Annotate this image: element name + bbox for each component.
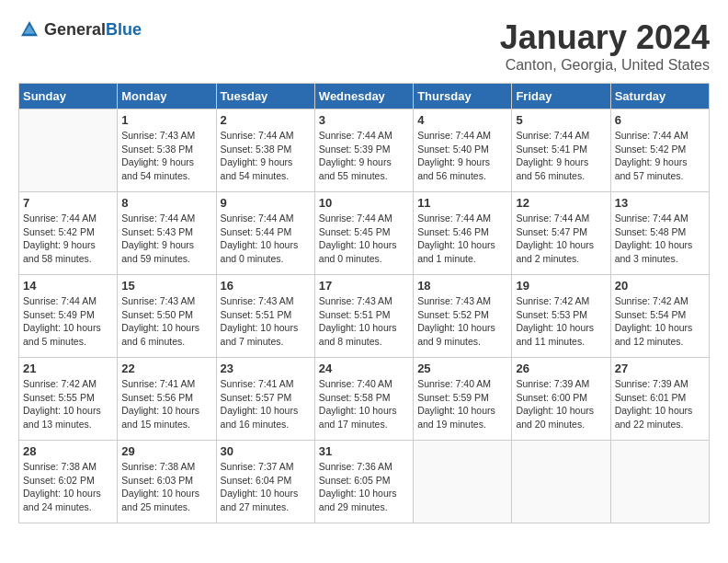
day-cell: 29Sunrise: 7:38 AM Sunset: 6:03 PM Dayli…	[118, 441, 216, 523]
day-number: 2	[221, 113, 311, 127]
logo: GeneralBlue	[18, 18, 142, 40]
day-info: Sunrise: 7:41 AM Sunset: 5:57 PM Dayligh…	[221, 377, 311, 431]
day-info: Sunrise: 7:44 AM Sunset: 5:48 PM Dayligh…	[615, 212, 705, 266]
day-number: 11	[417, 196, 507, 210]
day-cell: 14Sunrise: 7:44 AM Sunset: 5:49 PM Dayli…	[19, 275, 118, 358]
day-number: 13	[615, 196, 705, 210]
weekday-header-saturday: Saturday	[610, 84, 709, 109]
day-number: 24	[319, 362, 409, 375]
day-cell: 22Sunrise: 7:41 AM Sunset: 5:56 PM Dayli…	[118, 358, 216, 441]
day-info: Sunrise: 7:44 AM Sunset: 5:42 PM Dayligh…	[23, 212, 113, 266]
day-cell: 8Sunrise: 7:44 AM Sunset: 5:43 PM Daylig…	[118, 192, 216, 275]
logo-icon	[18, 18, 40, 40]
day-cell: 5Sunrise: 7:44 AM Sunset: 5:41 PM Daylig…	[512, 109, 610, 192]
day-cell	[512, 441, 610, 523]
day-info: Sunrise: 7:44 AM Sunset: 5:42 PM Dayligh…	[615, 129, 705, 183]
day-info: Sunrise: 7:43 AM Sunset: 5:51 PM Dayligh…	[221, 294, 311, 349]
day-info: Sunrise: 7:44 AM Sunset: 5:45 PM Dayligh…	[319, 212, 409, 266]
day-number: 25	[417, 362, 507, 375]
day-info: Sunrise: 7:42 AM Sunset: 5:54 PM Dayligh…	[615, 294, 705, 349]
weekday-header-tuesday: Tuesday	[216, 84, 314, 109]
day-info: Sunrise: 7:43 AM Sunset: 5:51 PM Dayligh…	[319, 294, 409, 349]
day-cell: 1Sunrise: 7:43 AM Sunset: 5:38 PM Daylig…	[118, 109, 216, 192]
weekday-header-thursday: Thursday	[414, 84, 512, 109]
day-number: 29	[121, 444, 211, 458]
calendar-table: SundayMondayTuesdayWednesdayThursdayFrid…	[18, 83, 710, 523]
day-number: 22	[121, 362, 211, 375]
day-number: 10	[319, 196, 409, 210]
day-number: 4	[417, 113, 507, 127]
day-info: Sunrise: 7:43 AM Sunset: 5:38 PM Dayligh…	[121, 129, 211, 183]
day-cell	[19, 109, 118, 192]
week-row-3: 14Sunrise: 7:44 AM Sunset: 5:49 PM Dayli…	[19, 275, 710, 358]
day-number: 21	[23, 362, 113, 375]
day-cell: 26Sunrise: 7:39 AM Sunset: 6:00 PM Dayli…	[512, 358, 610, 441]
day-number: 16	[221, 279, 311, 293]
day-cell: 20Sunrise: 7:42 AM Sunset: 5:54 PM Dayli…	[610, 275, 709, 358]
day-info: Sunrise: 7:44 AM Sunset: 5:49 PM Dayligh…	[23, 294, 113, 349]
day-info: Sunrise: 7:38 AM Sunset: 6:03 PM Dayligh…	[121, 460, 211, 514]
day-number: 12	[516, 196, 606, 210]
day-info: Sunrise: 7:37 AM Sunset: 6:04 PM Dayligh…	[221, 460, 311, 514]
day-info: Sunrise: 7:38 AM Sunset: 6:02 PM Dayligh…	[23, 460, 113, 514]
day-number: 7	[23, 196, 113, 210]
day-cell: 21Sunrise: 7:42 AM Sunset: 5:55 PM Dayli…	[19, 358, 118, 441]
day-number: 30	[221, 444, 311, 458]
logo-general-text: General	[44, 20, 106, 39]
day-number: 28	[23, 444, 113, 458]
day-cell: 17Sunrise: 7:43 AM Sunset: 5:51 PM Dayli…	[314, 275, 413, 358]
day-cell: 6Sunrise: 7:44 AM Sunset: 5:42 PM Daylig…	[610, 109, 709, 192]
day-info: Sunrise: 7:39 AM Sunset: 6:00 PM Dayligh…	[516, 377, 606, 431]
week-row-1: 1Sunrise: 7:43 AM Sunset: 5:38 PM Daylig…	[19, 109, 710, 192]
day-cell: 24Sunrise: 7:40 AM Sunset: 5:58 PM Dayli…	[314, 358, 413, 441]
day-cell: 11Sunrise: 7:44 AM Sunset: 5:46 PM Dayli…	[414, 192, 512, 275]
day-info: Sunrise: 7:44 AM Sunset: 5:39 PM Dayligh…	[319, 129, 409, 183]
day-number: 17	[319, 279, 409, 293]
title-area: January 2024 Canton, Georgia, United Sta…	[500, 18, 710, 74]
day-info: Sunrise: 7:42 AM Sunset: 5:55 PM Dayligh…	[23, 377, 113, 431]
day-info: Sunrise: 7:43 AM Sunset: 5:50 PM Dayligh…	[121, 294, 211, 349]
day-cell	[610, 441, 709, 523]
day-number: 1	[121, 113, 211, 127]
day-cell: 31Sunrise: 7:36 AM Sunset: 6:05 PM Dayli…	[314, 441, 413, 523]
day-info: Sunrise: 7:44 AM Sunset: 5:43 PM Dayligh…	[121, 212, 211, 266]
day-cell: 12Sunrise: 7:44 AM Sunset: 5:47 PM Dayli…	[512, 192, 610, 275]
day-cell: 23Sunrise: 7:41 AM Sunset: 5:57 PM Dayli…	[216, 358, 314, 441]
day-cell: 28Sunrise: 7:38 AM Sunset: 6:02 PM Dayli…	[19, 441, 118, 523]
weekday-header-wednesday: Wednesday	[314, 84, 413, 109]
day-info: Sunrise: 7:43 AM Sunset: 5:52 PM Dayligh…	[417, 294, 507, 349]
day-info: Sunrise: 7:41 AM Sunset: 5:56 PM Dayligh…	[121, 377, 211, 431]
day-number: 18	[417, 279, 507, 293]
day-cell: 18Sunrise: 7:43 AM Sunset: 5:52 PM Dayli…	[414, 275, 512, 358]
day-info: Sunrise: 7:40 AM Sunset: 5:59 PM Dayligh…	[417, 377, 507, 431]
day-number: 8	[121, 196, 211, 210]
day-number: 19	[516, 279, 606, 293]
day-number: 5	[516, 113, 606, 127]
day-cell: 9Sunrise: 7:44 AM Sunset: 5:44 PM Daylig…	[216, 192, 314, 275]
day-cell: 16Sunrise: 7:43 AM Sunset: 5:51 PM Dayli…	[216, 275, 314, 358]
day-info: Sunrise: 7:44 AM Sunset: 5:40 PM Dayligh…	[417, 129, 507, 183]
day-number: 9	[221, 196, 311, 210]
day-cell: 13Sunrise: 7:44 AM Sunset: 5:48 PM Dayli…	[610, 192, 709, 275]
day-number: 26	[516, 362, 606, 375]
location-title: Canton, Georgia, United States	[500, 57, 710, 74]
day-info: Sunrise: 7:42 AM Sunset: 5:53 PM Dayligh…	[516, 294, 606, 349]
day-cell: 19Sunrise: 7:42 AM Sunset: 5:53 PM Dayli…	[512, 275, 610, 358]
day-cell: 30Sunrise: 7:37 AM Sunset: 6:04 PM Dayli…	[216, 441, 314, 523]
week-row-2: 7Sunrise: 7:44 AM Sunset: 5:42 PM Daylig…	[19, 192, 710, 275]
weekday-header-monday: Monday	[118, 84, 216, 109]
weekday-header-friday: Friday	[512, 84, 610, 109]
day-cell: 10Sunrise: 7:44 AM Sunset: 5:45 PM Dayli…	[314, 192, 413, 275]
week-row-5: 28Sunrise: 7:38 AM Sunset: 6:02 PM Dayli…	[19, 441, 710, 523]
day-number: 23	[221, 362, 311, 375]
day-cell: 2Sunrise: 7:44 AM Sunset: 5:38 PM Daylig…	[216, 109, 314, 192]
day-cell: 3Sunrise: 7:44 AM Sunset: 5:39 PM Daylig…	[314, 109, 413, 192]
day-number: 15	[121, 279, 211, 293]
weekday-header-row: SundayMondayTuesdayWednesdayThursdayFrid…	[19, 84, 710, 109]
page-header: GeneralBlue January 2024 Canton, Georgia…	[18, 18, 710, 74]
weekday-header-sunday: Sunday	[19, 84, 118, 109]
day-cell: 4Sunrise: 7:44 AM Sunset: 5:40 PM Daylig…	[414, 109, 512, 192]
day-number: 3	[319, 113, 409, 127]
logo-blue-text: Blue	[106, 20, 142, 39]
day-cell: 7Sunrise: 7:44 AM Sunset: 5:42 PM Daylig…	[19, 192, 118, 275]
